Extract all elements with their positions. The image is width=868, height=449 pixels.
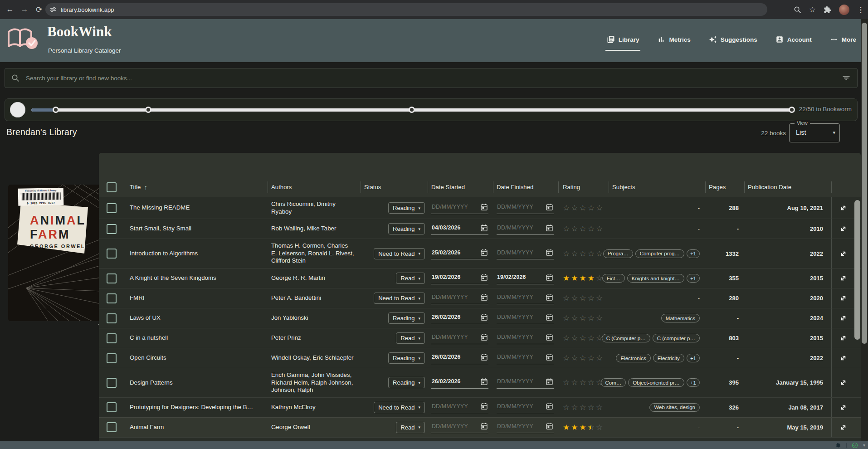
row-checkbox[interactable]	[107, 353, 117, 363]
header-pages[interactable]: Pages	[705, 177, 744, 197]
date-finished-field[interactable]: DD/MM/YYYY	[497, 332, 554, 344]
subject-chip[interactable]: Knights and knight…	[627, 274, 684, 283]
subject-chip[interactable]: Fict…	[602, 274, 625, 283]
row-checkbox[interactable]	[107, 422, 117, 432]
nav-account[interactable]: Account	[775, 35, 812, 44]
page-scrollbar[interactable]	[861, 19, 868, 441]
table-row[interactable]: Laws of UXJon YablonskiReading▾26/02/202…	[99, 308, 861, 328]
expand-button[interactable]	[839, 274, 848, 283]
date-started-field[interactable]: 19/02/2026	[431, 273, 488, 284]
subject-chip[interactable]: Progra…	[603, 249, 633, 258]
rating-stars[interactable]: ☆☆☆☆☆	[563, 334, 604, 342]
bookmark-star-icon[interactable]: ☆	[809, 5, 816, 15]
status-select[interactable]: Read▾	[396, 273, 425, 284]
subject-chip[interactable]: Electronics	[616, 354, 650, 362]
table-row[interactable]: Introduction to AlgorithmsThomas H. Corm…	[99, 239, 861, 268]
status-select[interactable]: Reading▾	[388, 312, 425, 324]
date-finished-field[interactable]: DD/MM/YYYY	[497, 312, 554, 324]
search-input[interactable]	[25, 74, 836, 82]
header-rating[interactable]: Rating	[558, 177, 609, 197]
row-checkbox[interactable]	[107, 378, 117, 388]
date-finished-field[interactable]: DD/MM/YYYY	[497, 352, 554, 364]
subject-chip[interactable]: C (Computer p…	[602, 334, 650, 342]
rating-stars[interactable]: ☆☆☆☆☆	[563, 225, 604, 233]
date-finished-field[interactable]: DD/MM/YYYY	[497, 401, 554, 413]
row-checkbox[interactable]	[107, 273, 117, 283]
date-started-field[interactable]: DD/MM/YYYY	[431, 202, 488, 214]
zoom-icon[interactable]	[794, 6, 801, 14]
table-row[interactable]: Prototyping for Designers: Developing th…	[99, 397, 861, 417]
status-select[interactable]: Reading▾	[388, 223, 425, 234]
date-started-field[interactable]: 26/02/2026	[431, 352, 488, 364]
expand-button[interactable]	[839, 249, 848, 258]
date-started-field[interactable]: 04/03/2026	[431, 223, 488, 235]
date-started-field[interactable]: 26/02/2026	[431, 312, 488, 324]
view-select[interactable]: View List ▾	[789, 123, 840, 142]
expand-button[interactable]	[839, 314, 848, 322]
date-started-field[interactable]: DD/MM/YYYY	[431, 332, 488, 344]
slider-knob[interactable]	[10, 102, 25, 117]
table-row[interactable]: FMRIPeter A. BandettiniNeed to Read▾DD/M…	[99, 288, 861, 308]
expand-button[interactable]	[839, 334, 848, 342]
subject-chip[interactable]: Computer prog…	[635, 249, 684, 258]
table-row[interactable]: The Missing READMEChris Ricoomini, Dmitr…	[99, 197, 861, 219]
status-select[interactable]: Reading▾	[388, 202, 425, 214]
expand-button[interactable]	[839, 204, 848, 212]
rating-stars[interactable]: ★★★★☆	[563, 274, 604, 282]
check-circle-icon[interactable]	[852, 442, 858, 449]
subject-chip[interactable]: Object-oriented pr…	[628, 378, 684, 387]
status-select[interactable]: Need to Read▾	[374, 248, 425, 259]
rating-stars[interactable]: ☆☆☆☆☆	[563, 354, 604, 362]
table-row[interactable]: Open CircuitsWindell Oskay, Eric Schlaep…	[99, 348, 861, 368]
date-finished-field[interactable]: DD/MM/YYYY	[497, 248, 554, 259]
row-checkbox[interactable]	[107, 203, 117, 213]
subject-chip[interactable]: C (computer p…	[653, 334, 700, 342]
table-row[interactable]: C in a nutshellPeter PrinzRead▾DD/MM/YYY…	[99, 328, 861, 348]
expand-button[interactable]	[839, 224, 848, 233]
rating-stars[interactable]: ★★★☆★☆	[563, 424, 604, 431]
browser-menu-icon[interactable]: ⋮	[857, 5, 864, 14]
subjects-more-chip[interactable]: +1	[687, 274, 700, 283]
page-scrollbar-thumb[interactable]	[862, 23, 867, 344]
row-checkbox[interactable]	[107, 333, 117, 343]
subject-chip[interactable]: Web sites, design	[649, 403, 700, 412]
expand-button[interactable]	[839, 354, 848, 362]
table-row[interactable]: Design PatternsErich Gamma, John Vlissid…	[99, 368, 861, 397]
header-title[interactable]: Title↑	[122, 177, 268, 197]
date-started-field[interactable]: DD/MM/YYYY	[431, 421, 488, 433]
date-finished-field[interactable]: DD/MM/YYYY	[497, 421, 554, 433]
row-checkbox[interactable]	[107, 249, 117, 259]
forward-button[interactable]: →	[17, 2, 32, 17]
row-checkbox[interactable]	[107, 293, 117, 303]
row-checkbox[interactable]	[107, 313, 117, 323]
subjects-more-chip[interactable]: +1	[687, 249, 700, 258]
header-date-started[interactable]: Date Started	[428, 177, 493, 197]
table-row[interactable]: Animal FarmGeorge OrwellRead▾DD/MM/YYYYD…	[99, 417, 861, 437]
row-checkbox[interactable]	[107, 224, 117, 234]
status-select[interactable]: Need to Read▾	[374, 402, 425, 413]
subject-chip[interactable]: Mathematics	[661, 314, 700, 322]
date-started-field[interactable]: DD/MM/YYYY	[431, 293, 488, 304]
status-bar-caret-icon[interactable]: ▾	[863, 443, 865, 448]
address-bar[interactable]: library.bookwink.app	[45, 3, 767, 16]
date-finished-field[interactable]: 19/02/2026	[497, 273, 554, 284]
rating-stars[interactable]: ☆☆☆☆☆	[563, 204, 604, 212]
nav-library[interactable]: Library	[607, 35, 639, 44]
status-select[interactable]: Read▾	[396, 332, 425, 344]
status-select[interactable]: Reading▾	[388, 352, 425, 364]
table-scrollbar[interactable]	[854, 198, 860, 439]
date-started-field[interactable]: 26/02/2026	[431, 377, 488, 389]
rating-stars[interactable]: ☆☆☆☆☆	[563, 314, 604, 322]
date-started-field[interactable]: DD/MM/YYYY	[431, 401, 488, 413]
extensions-icon[interactable]	[824, 6, 831, 14]
header-publication-date[interactable]: Publication Date	[744, 177, 831, 197]
rating-stars[interactable]: ☆☆☆☆☆	[563, 404, 604, 411]
filter-icon[interactable]	[842, 73, 851, 83]
table-scrollbar-thumb[interactable]	[854, 200, 860, 340]
status-select[interactable]: Need to Read▾	[374, 293, 425, 304]
nav-suggestions[interactable]: Suggestions	[709, 35, 757, 44]
table-row[interactable]: A Knight of the Seven KingdomsGeorge R. …	[99, 268, 861, 288]
header-date-finished[interactable]: Date Finished	[493, 177, 558, 197]
rating-stars[interactable]: ☆☆☆☆☆	[563, 250, 604, 258]
header-status[interactable]: Status	[361, 177, 428, 197]
